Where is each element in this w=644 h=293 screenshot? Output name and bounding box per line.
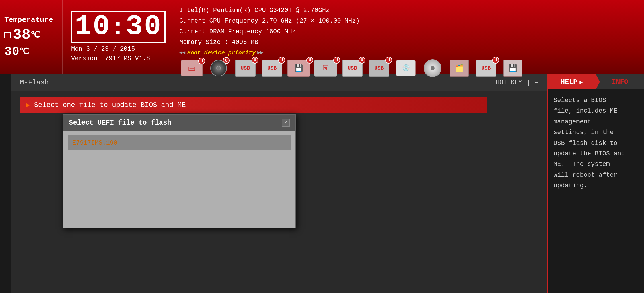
dialog-close-button[interactable]: ×: [282, 119, 290, 127]
dialog-body: E7917IMS.190: [63, 131, 295, 228]
dialog-titlebar: Select UEFI file to flash ×: [63, 115, 295, 131]
arrow-icon: ▶: [26, 100, 30, 109]
boot-icon-hdd2[interactable]: 💾 U: [286, 58, 311, 78]
clock-display: 10:30: [71, 11, 166, 43]
panel-title: M-Flash: [20, 79, 49, 86]
boot-icon-disc[interactable]: [420, 58, 445, 78]
boot-icon-cd1[interactable]: U: [206, 58, 231, 78]
system-info-text: Intel(R) Pentium(R) CPU G3420T @ 2.70GHz…: [179, 5, 635, 48]
panel-body: ▶ Select one file to update BIOS and ME …: [11, 91, 547, 293]
right-panel: HELP ▶ INFO Selects a BIOSfile, includes…: [547, 74, 644, 293]
panel-controls: HOT KEY | ↩: [496, 79, 539, 86]
hotkey-label: HOT KEY: [496, 79, 522, 86]
boot-device-label: Boot device priority: [187, 50, 256, 56]
select-file-text: Select one file to update BIOS and ME: [34, 101, 186, 109]
main-area: M-Flash HOT KEY | ↩ ▶ Select one file to…: [0, 74, 644, 293]
boot-icon-usb4[interactable]: USB U: [367, 58, 392, 78]
help-arrow-icon: ▶: [579, 78, 583, 86]
clock-section: 10:30 Mon 3 / 23 / 2015 Version E7917IMS…: [63, 0, 171, 74]
temp1-display: 38℃: [4, 27, 58, 43]
boot-arrow-left: ◄◄: [179, 50, 186, 56]
right-panel-body: Selects a BIOSfile, includes MEmanagemen…: [548, 89, 644, 293]
temp2-display: 30℃: [4, 44, 58, 59]
file-dialog: Select UEFI file to flash × E7917IMS.190: [63, 114, 296, 228]
boot-arrow-right: ►►: [257, 50, 264, 56]
header: Temperature 38℃ 30℃ 10:30 Mon 3 / 23 / 2…: [0, 0, 644, 74]
boot-icon-usb5[interactable]: USB U: [474, 58, 499, 78]
file-item[interactable]: E7917IMS.190: [68, 135, 291, 150]
pipe-separator: |: [527, 79, 530, 86]
date-display: Mon 3 / 23 / 2015 Version E7917IMS V1.8: [71, 44, 150, 63]
boot-icon-hdd3[interactable]: 🖫 U: [313, 58, 338, 78]
boot-icon-usb1[interactable]: USB U: [233, 58, 258, 78]
boot-device-bar: ◄◄ Boot device priority ►►: [179, 50, 635, 56]
boot-icon-card[interactable]: 🗂️: [447, 58, 472, 78]
boot-icon-usb3[interactable]: USB U: [340, 58, 365, 78]
system-info-section: Intel(R) Pentium(R) CPU G3420T @ 2.70GHz…: [171, 0, 644, 74]
boot-icon-hdd1[interactable]: 🖴 U: [179, 58, 204, 78]
boot-icon-cd2[interactable]: 💿: [393, 58, 418, 78]
back-button[interactable]: ↩: [535, 79, 539, 86]
temp1-box-icon: [4, 32, 11, 38]
clock-border: 10:30: [71, 11, 166, 43]
select-file-bar: ▶ Select one file to update BIOS and ME: [20, 97, 487, 113]
content-panel: M-Flash HOT KEY | ↩ ▶ Select one file to…: [11, 74, 547, 293]
boot-icon-usb2[interactable]: USB U: [260, 58, 285, 78]
temperature-section: Temperature 38℃ 30℃: [0, 0, 63, 74]
left-strip: [0, 74, 11, 293]
dialog-title: Select UEFI file to flash: [69, 119, 171, 127]
temperature-label: Temperature: [4, 16, 58, 24]
tab-help[interactable]: HELP ▶: [548, 74, 596, 89]
help-text: Selects a BIOSfile, includes MEmanagemen…: [554, 95, 638, 191]
boot-icon-floppy[interactable]: 💾: [500, 58, 525, 78]
